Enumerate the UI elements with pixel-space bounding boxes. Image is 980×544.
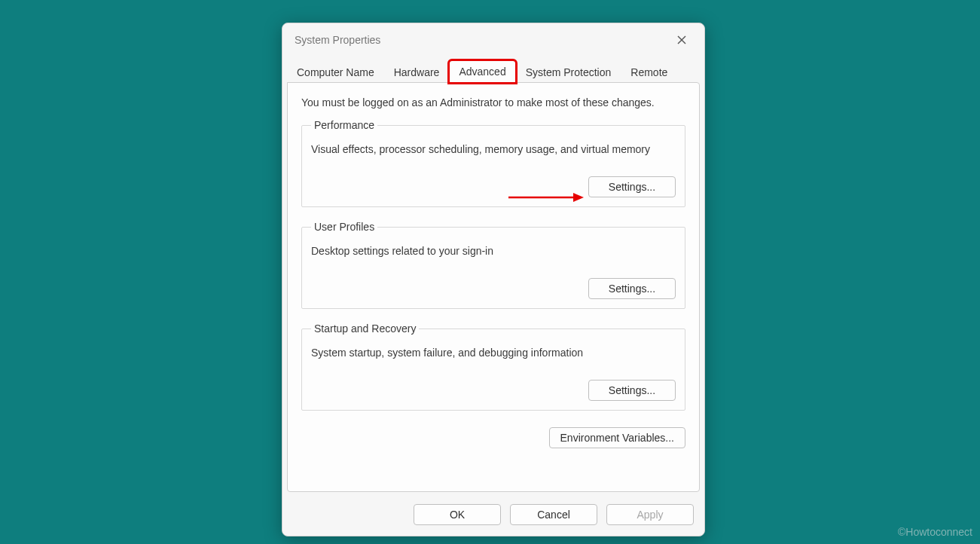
close-button[interactable] — [671, 31, 692, 49]
group-performance-legend: Performance — [311, 119, 377, 131]
environment-variables-row: Environment Variables... — [301, 427, 685, 448]
tab-panel-advanced: You must be logged on as an Administrato… — [287, 82, 700, 492]
group-user-profiles: User Profiles Desktop settings related t… — [301, 221, 685, 309]
tab-system-protection[interactable]: System Protection — [516, 61, 621, 83]
startup-recovery-settings-button[interactable]: Settings... — [588, 380, 676, 401]
admin-warning-text: You must be logged on as an Administrato… — [301, 96, 685, 108]
ok-button[interactable]: OK — [414, 504, 501, 525]
group-startup-recovery-desc: System startup, system failure, and debu… — [311, 347, 676, 359]
group-user-profiles-legend: User Profiles — [311, 221, 377, 233]
group-startup-recovery-legend: Startup and Recovery — [311, 322, 419, 335]
dialog-button-row: OK Cancel Apply — [282, 497, 704, 536]
watermark-text: ©Howtoconnect — [898, 526, 972, 538]
cancel-button[interactable]: Cancel — [510, 504, 597, 525]
group-performance-desc: Visual effects, processor scheduling, me… — [311, 143, 676, 155]
tab-remote[interactable]: Remote — [621, 61, 677, 83]
environment-variables-button[interactable]: Environment Variables... — [549, 427, 685, 448]
tab-advanced[interactable]: Advanced — [449, 60, 515, 83]
tab-hardware[interactable]: Hardware — [384, 61, 450, 83]
group-user-profiles-desc: Desktop settings related to your sign-in — [311, 245, 676, 257]
group-performance: Performance Visual effects, processor sc… — [301, 119, 685, 207]
system-properties-dialog: System Properties Computer Name Hardware… — [282, 23, 705, 536]
tab-computer-name[interactable]: Computer Name — [287, 61, 384, 83]
performance-settings-button[interactable]: Settings... — [588, 176, 676, 197]
titlebar: System Properties — [282, 23, 704, 53]
apply-button[interactable]: Apply — [606, 504, 694, 525]
group-startup-recovery: Startup and Recovery System startup, sys… — [301, 322, 685, 411]
tab-strip: Computer Name Hardware Advanced System P… — [282, 60, 704, 82]
close-icon — [677, 35, 686, 44]
user-profiles-settings-button[interactable]: Settings... — [588, 278, 676, 299]
window-title: System Properties — [295, 34, 380, 46]
